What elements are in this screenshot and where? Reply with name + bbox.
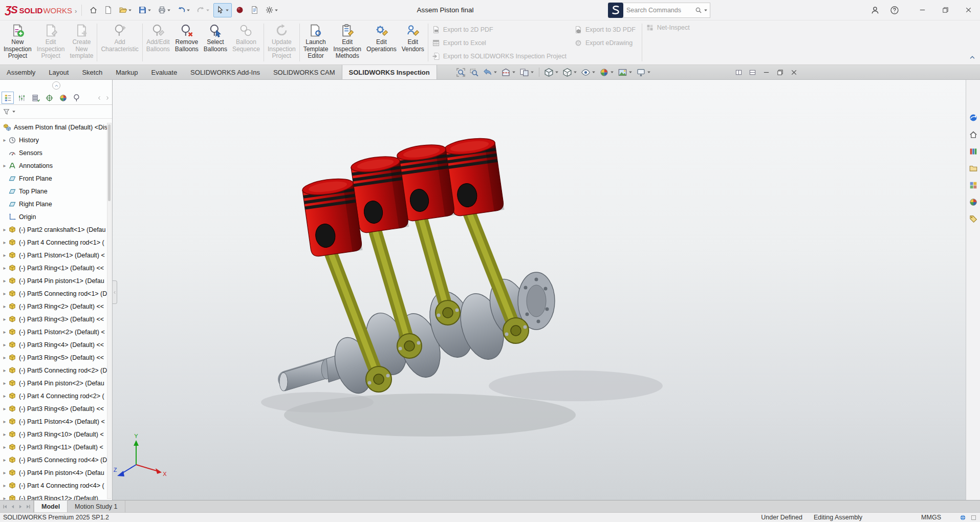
expand-arrow-icon[interactable]: ▸ <box>1 291 8 296</box>
taskpane-file-explorer-button[interactable] <box>967 162 979 175</box>
tree-filter-row[interactable] <box>0 105 112 119</box>
edit-appearance-button[interactable] <box>598 66 616 79</box>
section-view-button[interactable] <box>499 66 517 79</box>
expand-arrow-icon[interactable]: ▸ <box>1 457 8 463</box>
tree-item[interactable]: Sensors <box>0 146 112 159</box>
panel-collapse-button[interactable] <box>52 81 60 90</box>
zoom-to-area-button[interactable] <box>468 66 481 79</box>
net-inspect-button[interactable]: Net-Inspect <box>643 21 695 34</box>
help-button[interactable] <box>887 3 902 18</box>
expand-arrow-icon[interactable]: ▸ <box>1 495 8 500</box>
expand-arrow-icon[interactable]: ▸ <box>1 380 8 386</box>
save-button[interactable] <box>136 3 154 17</box>
taskpane-appearances-button[interactable] <box>967 196 979 208</box>
collapse-ribbon-button[interactable] <box>969 54 976 62</box>
tree-item[interactable]: ▸(-) Part3 Ring<12> (Default) <box>0 492 112 500</box>
graphics-viewport[interactable]: Y X Z <box>113 80 966 500</box>
user-account-button[interactable] <box>867 3 883 18</box>
expand-arrow-icon[interactable]: ▸ <box>1 342 8 347</box>
tab-solidworks-cam[interactable]: SOLIDWORKS CAM <box>267 65 342 79</box>
tab-evaluate[interactable]: Evaluate <box>145 65 184 79</box>
document-restore-button[interactable] <box>774 66 786 78</box>
tab-assembly[interactable]: Assembly <box>0 65 42 79</box>
tree-item[interactable]: ▸(-) Part2 crankshaft<1> (Defau <box>0 223 112 236</box>
tree-scrollbar-thumb[interactable] <box>108 124 111 201</box>
previous-tab-button[interactable] <box>9 502 16 511</box>
tab-solidworks-inspection[interactable]: SOLIDWORKS Inspection <box>342 65 437 79</box>
expand-arrow-icon[interactable]: ▸ <box>1 367 8 373</box>
minimize-button[interactable] <box>911 0 934 20</box>
property-manager-tab[interactable] <box>15 92 28 104</box>
expand-arrow-icon[interactable]: ▸ <box>1 329 8 335</box>
tree-item[interactable]: Right Plane <box>0 198 112 210</box>
search-icon[interactable] <box>695 7 702 14</box>
display-manager-tab[interactable] <box>57 92 69 104</box>
split-view-horizontal-button[interactable] <box>746 66 758 78</box>
zoom-to-fit-button[interactable] <box>454 66 467 79</box>
tree-item[interactable]: ▸(-) Part3 Ring<5> (Default) << <box>0 351 112 364</box>
previous-view-button[interactable] <box>481 66 499 79</box>
report-button[interactable] <box>248 3 262 17</box>
home-button[interactable] <box>86 3 100 17</box>
inspection-manager-tab[interactable] <box>71 92 83 104</box>
tack-icon[interactable] <box>970 514 977 521</box>
web-status-icon[interactable] <box>960 514 966 521</box>
expand-arrow-icon[interactable]: ▸ <box>1 483 8 488</box>
tree-item[interactable]: ▸(-) Part4 Pin piston<1> (Defau <box>0 274 112 287</box>
export-2d-pdf-button[interactable]: Export to 2D PDF <box>429 23 572 36</box>
apply-scene-button[interactable] <box>616 66 634 79</box>
search-input[interactable] <box>623 7 695 14</box>
edit-methods-button[interactable]: EditInspectionMethods <box>331 21 364 64</box>
command-search[interactable] <box>608 3 710 18</box>
document-close-button[interactable] <box>788 66 800 78</box>
view-settings-button[interactable] <box>635 66 652 79</box>
open-button[interactable] <box>116 3 135 17</box>
select-button[interactable] <box>213 3 232 17</box>
expand-arrow-icon[interactable]: ▸ <box>1 252 8 258</box>
expand-arrow-icon[interactable]: ▸ <box>1 444 8 450</box>
edit-project-button[interactable]: EditInspectionProject <box>34 21 68 64</box>
search-scope-caret-icon[interactable] <box>704 8 708 12</box>
export-swip-button[interactable]: Export to SOLIDWORKS Inspection Project <box>429 50 572 63</box>
tree-item[interactable]: Origin <box>0 210 112 223</box>
close-button[interactable] <box>957 0 980 20</box>
create-template-button[interactable]: CreateNewtemplate <box>67 21 96 64</box>
expand-arrow-icon[interactable]: ▸ <box>1 419 8 424</box>
taskpane-custom-properties-button[interactable] <box>967 213 979 225</box>
select-balloons-button[interactable]: SelectBalloons <box>201 21 230 64</box>
annotation-views-button[interactable] <box>518 66 536 79</box>
new-project-button[interactable]: NewInspectionProject <box>1 21 34 64</box>
tree-item[interactable]: ▸Annotations <box>0 159 112 172</box>
tab-markup[interactable]: Markup <box>109 65 144 79</box>
expand-arrow-icon[interactable]: ▸ <box>1 393 8 399</box>
remove-balloons-button[interactable]: RemoveBalloons <box>172 21 201 64</box>
template-editor-button[interactable]: LaunchTemplateEditor <box>301 21 331 64</box>
tree-item[interactable]: Top Plane <box>0 185 112 198</box>
filter-caret-icon[interactable] <box>12 110 16 114</box>
feature-manager-tab[interactable] <box>2 92 14 104</box>
tree-scrollbar[interactable] <box>107 123 112 499</box>
expand-arrow-icon[interactable]: ▸ <box>1 355 8 360</box>
piston-1[interactable] <box>301 176 362 257</box>
model-canvas[interactable]: Y X Z <box>113 80 966 500</box>
taskpane-design-library-button[interactable] <box>967 145 979 158</box>
options-button[interactable] <box>263 3 281 17</box>
expand-arrow-icon[interactable]: ▸ <box>1 406 8 411</box>
edit-vendors-button[interactable]: EditVendors <box>399 21 427 64</box>
edit-operations-button[interactable]: EditOperations <box>364 21 399 64</box>
expand-arrow-icon[interactable]: ▸ <box>1 278 8 284</box>
restore-button[interactable] <box>934 0 957 20</box>
undo-button[interactable] <box>175 3 193 17</box>
piston-2[interactable] <box>350 154 409 233</box>
expand-arrow-icon[interactable]: ▸ <box>1 240 8 245</box>
next-tab-button[interactable] <box>17 502 24 511</box>
expand-arrow-icon[interactable]: ▸ <box>1 316 8 322</box>
expand-arrow-icon[interactable]: ▸ <box>1 431 8 437</box>
expand-arrow-icon[interactable]: ▸ <box>1 163 8 168</box>
tree-item[interactable]: ▸(-) Part3 Ring<6> (Default) << <box>0 402 112 415</box>
export-edrawing-button[interactable]: Export eDrawing <box>572 36 641 50</box>
tree-item[interactable]: ▸(-) Part3 Ring<4> (Default) << <box>0 338 112 351</box>
redo-button[interactable] <box>194 3 212 17</box>
bottom-tab-model[interactable]: Model <box>34 501 68 512</box>
update-project-button[interactable]: UpdateInspectionProject <box>265 21 298 64</box>
